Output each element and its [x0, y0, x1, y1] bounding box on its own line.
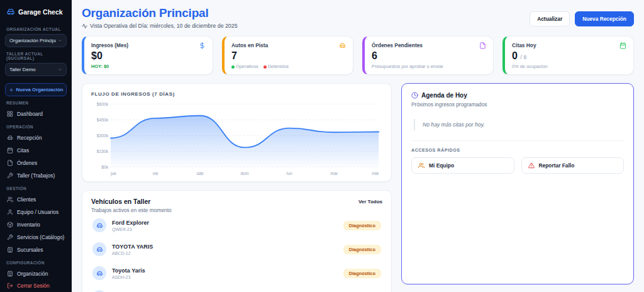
- page-subtitle: Vista Operativa del Día: miércoles, 10 d…: [82, 23, 238, 29]
- report-failure-button[interactable]: Reportar Fallo: [521, 157, 625, 174]
- stat-card-autos: Autos en Pista 7 Operativos Detenidos: [222, 36, 353, 75]
- svg-text:jue: jue: [110, 171, 116, 176]
- wrench-icon: [7, 234, 13, 240]
- new-organization-label: Nueva Organización: [16, 87, 64, 93]
- sidebar-item-recepcion[interactable]: Recepción: [5, 132, 67, 143]
- refresh-button[interactable]: Actualizar: [530, 11, 570, 26]
- vehicles-title: Vehículos en Taller: [91, 198, 172, 205]
- red-dot: [264, 65, 267, 69]
- page-title: Organización Principal: [82, 6, 238, 20]
- logout-icon: [7, 283, 13, 289]
- organization-select-value: Organización Principal (su: [9, 38, 56, 43]
- car-icon: [7, 135, 13, 141]
- sidebar-item-servicios[interactable]: Servicios (Catálogo): [5, 232, 67, 243]
- building-icon: [7, 247, 13, 253]
- svg-text:mar: mar: [330, 171, 338, 176]
- document-icon: [7, 160, 13, 166]
- user-icon: [7, 209, 13, 215]
- income-flow-chart: $600k$450k$300k$150k$0kjueviesábdomlunma…: [90, 98, 384, 179]
- dollar-icon: [199, 42, 206, 49]
- chevron-down-icon: [58, 38, 62, 43]
- taller-select[interactable]: Taller Demo: [5, 63, 67, 76]
- status-badge: Diagnóstico: [343, 245, 381, 254]
- sidebar-item-inventario[interactable]: Inventario: [5, 219, 67, 230]
- taller-select-value: Taller Demo: [9, 67, 56, 72]
- main-content: Organización Principal Vista Operativa d…: [72, 0, 644, 292]
- stat-cards: Ingresos (Mes) $0 HOY: $0 Autos en Pista…: [82, 36, 634, 75]
- calendar-icon: [7, 147, 13, 154]
- vehicle-row[interactable]: TOYOTA YARIS Diagnóstico: [91, 285, 382, 292]
- agenda-empty-message: No hay más citas por hoy.: [414, 119, 621, 130]
- nav-section-resumen: RESUMEN: [6, 101, 65, 105]
- building-icon: [7, 271, 13, 277]
- stat-card-citas: Citas Hoy 0 / 8 0% de ocupación: [502, 36, 634, 75]
- vehicle-row[interactable]: Toyota Yaris ASDH-23 Diagnóstico: [91, 261, 382, 285]
- divider: [411, 140, 624, 141]
- stat-card-ingresos: Ingresos (Mes) $0 HOY: $0: [82, 36, 213, 75]
- sidebar-item-ordenes[interactable]: Órdenes: [5, 157, 67, 169]
- vehicle-row[interactable]: Ford Explorer QWER-23 Diagnóstico: [91, 213, 382, 237]
- plus-icon: [9, 87, 14, 93]
- car-logo-icon: [6, 8, 15, 16]
- sidebar-item-sucursales[interactable]: Sucursales: [5, 244, 67, 256]
- vehicle-avatar: [92, 242, 106, 256]
- my-team-button[interactable]: Mi Equipo: [411, 157, 514, 174]
- svg-text:$150k: $150k: [97, 149, 109, 154]
- status-badge: Diagnóstico: [343, 269, 381, 278]
- app-title: Garage Check: [18, 8, 63, 16]
- wrench-icon: [7, 172, 13, 179]
- calendar-icon: [619, 42, 626, 49]
- warning-icon: [528, 162, 535, 169]
- taller-section-label: TALLER ACTUAL (SUCURSAL): [6, 52, 65, 60]
- car-icon: [96, 270, 103, 277]
- stat-card-ordenes: Órdenes Pendientes 6 Presupuestos por ap…: [362, 36, 494, 75]
- vehicle-avatar: [92, 266, 106, 280]
- organization-select[interactable]: Organización Principal (su: [5, 34, 67, 47]
- income-flow-chart-card: FLUJO DE INGRESOS (7 DÍAS) $600k$450k$30…: [82, 83, 392, 182]
- org-section-label: ORGANIZACIÓN ACTUAL: [6, 27, 65, 31]
- vehicles-subtitle: Trabajos activos en este momento: [91, 207, 172, 213]
- quick-access-label: ACCESOS RÁPIDOS: [411, 148, 624, 152]
- logout-button[interactable]: Cerrar Sesión: [5, 280, 67, 291]
- sidebar-item-organizacion[interactable]: Organización: [5, 268, 67, 279]
- agenda-card: Agenda de Hoy Próximos ingresos programa…: [401, 83, 634, 284]
- nav-section-gestion: GESTIÓN: [6, 186, 65, 191]
- document-icon: [479, 42, 486, 49]
- svg-text:$450k: $450k: [97, 118, 109, 122]
- svg-text:$300k: $300k: [97, 133, 109, 138]
- autos-legend: Operativos Detenidos: [231, 64, 346, 69]
- new-organization-button[interactable]: Nueva Organización: [5, 83, 67, 96]
- svg-text:sáb: sáb: [197, 171, 204, 176]
- car-icon: [339, 42, 346, 49]
- nav-section-operacion: OPERACIÓN: [6, 125, 65, 129]
- svg-text:lun: lun: [287, 171, 292, 176]
- chart-title: FLUJO DE INGRESOS (7 DÍAS): [91, 91, 382, 97]
- users-icon: [418, 162, 425, 169]
- see-all-link[interactable]: Ver Todos: [358, 198, 382, 205]
- vehicles-card: Vehículos en Taller Trabajos activos en …: [82, 190, 392, 292]
- sidebar: Garage Check ORGANIZACIÓN ACTUAL Organiz…: [0, 0, 72, 292]
- sidebar-item-clientes[interactable]: Clientes: [5, 194, 67, 205]
- chevron-down-icon: [58, 67, 62, 72]
- svg-text:$0k: $0k: [101, 165, 109, 169]
- users-icon: [7, 196, 13, 203]
- sidebar-item-citas[interactable]: Citas: [5, 145, 67, 156]
- svg-text:mié: mié: [372, 171, 379, 176]
- new-reception-button[interactable]: Nueva Recepción: [575, 11, 634, 26]
- car-icon: [96, 246, 103, 253]
- box-icon: [7, 222, 13, 228]
- agenda-title: Agenda de Hoy: [421, 92, 467, 99]
- vehicle-avatar: [92, 218, 106, 232]
- sidebar-item-dashboard[interactable]: Dashboard: [5, 108, 67, 120]
- status-badge: Diagnóstico: [343, 221, 381, 230]
- svg-text:dom: dom: [241, 171, 250, 176]
- sidebar-item-taller[interactable]: Taller (Trabajos): [5, 170, 67, 181]
- page-header: Organización Principal Vista Operativa d…: [82, 6, 634, 29]
- vehicle-row[interactable]: TOYOTA YARIS ABCD-12 Diagnóstico: [91, 237, 382, 261]
- green-dot: [231, 65, 235, 69]
- activity-icon: [82, 23, 87, 29]
- nav-section-configuracion: CONFIGURACIÓN: [6, 261, 65, 265]
- agenda-subtitle: Próximos ingresos programados: [411, 101, 624, 108]
- sidebar-item-equipo-usuarios[interactable]: Equipo / Usuarios: [5, 206, 67, 218]
- dashboard-icon: [7, 111, 13, 117]
